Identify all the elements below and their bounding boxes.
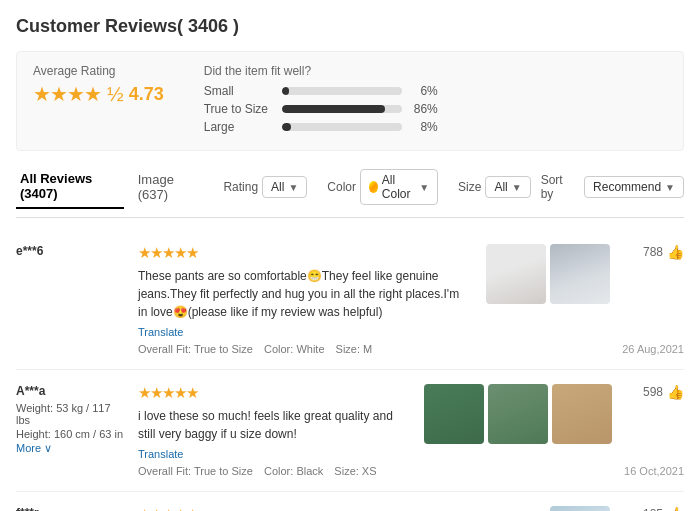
color-value: All Color bbox=[382, 173, 415, 201]
review-content: ★★★★★ i love these so much! feels like g… bbox=[138, 384, 404, 477]
sortby-chevron-icon: ▼ bbox=[665, 182, 675, 193]
reviewer-info: A***aWeight: 53 kg / 117 lbsHeight: 160 … bbox=[16, 384, 126, 477]
reviewer-info: e***6 bbox=[16, 244, 126, 355]
review-list: e***6 ★★★★★ These pants are so comfortab… bbox=[16, 230, 684, 511]
rating-select[interactable]: All ▼ bbox=[262, 176, 307, 198]
tab-image[interactable]: Image (637) bbox=[134, 166, 204, 208]
color-chevron-icon: ▼ bbox=[419, 182, 429, 193]
review-color: Color: White bbox=[264, 343, 325, 355]
sortby-value: Recommend bbox=[593, 180, 661, 194]
tab-all-reviews[interactable]: All Reviews (3407) bbox=[16, 165, 124, 209]
review-size: Size: M bbox=[336, 343, 373, 355]
fit-bar-bg bbox=[282, 123, 402, 131]
sortby-select[interactable]: Recommend ▼ bbox=[584, 176, 684, 198]
review-item: f***rBust: 89 cm / 35 inHips: 104 cm / 4… bbox=[16, 492, 684, 511]
color-dot-icon bbox=[369, 181, 378, 193]
review-stars: ★★★★★ bbox=[138, 244, 466, 262]
review-images bbox=[550, 506, 610, 511]
fit-name: Small bbox=[204, 84, 274, 98]
review-item: e***6 ★★★★★ These pants are so comfortab… bbox=[16, 230, 684, 370]
fit-question: Did the item fit well? bbox=[204, 64, 667, 78]
rating-chevron-icon: ▼ bbox=[288, 182, 298, 193]
reviewer-weight: Weight: 53 kg / 117 lbs bbox=[16, 402, 126, 426]
avg-stars-row: ★★★★ ½ 4.73 bbox=[33, 82, 164, 106]
rating-value: All bbox=[271, 180, 284, 194]
review-item: A***aWeight: 53 kg / 117 lbsHeight: 160 … bbox=[16, 370, 684, 492]
review-content: ★★★★★ these pants fit perfectly!! there … bbox=[138, 506, 530, 511]
fit-pct: 6% bbox=[410, 84, 438, 98]
color-select[interactable]: All Color ▼ bbox=[360, 169, 438, 205]
more-link[interactable]: More ∨ bbox=[16, 442, 126, 455]
review-image[interactable] bbox=[552, 384, 612, 444]
review-date: 26 Aug,2021 bbox=[622, 343, 684, 355]
translate-link[interactable]: Translate bbox=[138, 448, 404, 460]
fit-section: Did the item fit well? Small 6% True to … bbox=[204, 64, 667, 138]
thumbs-up-icon[interactable]: 👍 bbox=[667, 384, 684, 400]
reviewer-name: A***a bbox=[16, 384, 126, 398]
reviewer-name: f***r bbox=[16, 506, 126, 511]
like-count: 598 👍 bbox=[643, 384, 684, 400]
fit-bar-fill bbox=[282, 123, 292, 131]
size-value: All bbox=[494, 180, 507, 194]
fit-row: True to Size 86% bbox=[204, 102, 667, 116]
size-select[interactable]: All ▼ bbox=[485, 176, 530, 198]
fit-row: Large 8% bbox=[204, 120, 667, 134]
reviewer-name: e***6 bbox=[16, 244, 126, 258]
thumbs-up-icon[interactable]: 👍 bbox=[667, 506, 684, 511]
filter-bar: All Reviews (3407) Image (637) Rating Al… bbox=[16, 165, 684, 218]
rating-label: Rating bbox=[223, 180, 258, 194]
fit-bar-fill bbox=[282, 87, 289, 95]
size-chevron-icon: ▼ bbox=[512, 182, 522, 193]
avg-label: Average Rating bbox=[33, 64, 164, 78]
review-stars: ★★★★★ bbox=[138, 384, 404, 402]
overall-fit: Overall Fit: True to Size bbox=[138, 343, 253, 355]
review-stars: ★★★★★ bbox=[138, 506, 530, 511]
review-text: i love these so much! feels like great q… bbox=[138, 407, 404, 443]
review-text: These pants are so comfortable😁They feel… bbox=[138, 267, 466, 321]
review-size: Size: XS bbox=[334, 465, 376, 477]
review-image[interactable] bbox=[424, 384, 484, 444]
fit-bar-fill bbox=[282, 105, 385, 113]
fit-name: Large bbox=[204, 120, 274, 134]
like-count: 788 👍 bbox=[643, 244, 684, 260]
review-image[interactable] bbox=[550, 506, 610, 511]
summary-section: Average Rating ★★★★ ½ 4.73 Did the item … bbox=[16, 51, 684, 151]
sortby-label: Sort by bbox=[541, 173, 574, 201]
like-number: 788 bbox=[643, 245, 663, 259]
fit-pct: 86% bbox=[410, 102, 438, 116]
page-title: Customer Reviews( 3406 ) bbox=[16, 16, 684, 37]
like-number: 185 bbox=[643, 507, 663, 511]
like-number: 598 bbox=[643, 385, 663, 399]
rating-filter-group: Rating All ▼ bbox=[223, 176, 307, 198]
thumbs-up-icon[interactable]: 👍 bbox=[667, 244, 684, 260]
review-right: 185 👍 24 Aug,2021 bbox=[622, 506, 684, 511]
review-image[interactable] bbox=[550, 244, 610, 304]
fit-pct: 8% bbox=[410, 120, 438, 134]
review-right: 598 👍 16 Oct,2021 bbox=[624, 384, 684, 477]
review-date: 16 Oct,2021 bbox=[624, 465, 684, 477]
overall-fit: Overall Fit: True to Size bbox=[138, 465, 253, 477]
avg-rating-block: Average Rating ★★★★ ½ 4.73 bbox=[33, 64, 164, 138]
color-filter-group: Color All Color ▼ bbox=[327, 169, 438, 205]
fit-row: Small 6% bbox=[204, 84, 667, 98]
reviewer-height: Height: 160 cm / 63 in bbox=[16, 428, 126, 440]
review-image[interactable] bbox=[488, 384, 548, 444]
size-filter-group: Size All ▼ bbox=[458, 176, 531, 198]
avg-score: 4.73 bbox=[129, 84, 164, 105]
color-label: Color bbox=[327, 180, 356, 194]
fit-bars: Small 6% True to Size 86% Large 8% bbox=[204, 84, 667, 134]
like-count: 185 👍 bbox=[643, 506, 684, 511]
review-color: Color: Black bbox=[264, 465, 323, 477]
reviewer-info: f***rBust: 89 cm / 35 inHips: 104 cm / 4… bbox=[16, 506, 126, 511]
review-images bbox=[486, 244, 610, 355]
fit-bar-bg bbox=[282, 87, 402, 95]
avg-stars: ★★★★ bbox=[33, 82, 101, 106]
review-meta: Overall Fit: True to Size Color: Black S… bbox=[138, 465, 404, 477]
review-right: 788 👍 26 Aug,2021 bbox=[622, 244, 684, 355]
review-images bbox=[424, 384, 612, 477]
review-image[interactable] bbox=[486, 244, 546, 304]
translate-link[interactable]: Translate bbox=[138, 326, 466, 338]
review-content: ★★★★★ These pants are so comfortable😁The… bbox=[138, 244, 466, 355]
fit-bar-bg bbox=[282, 105, 402, 113]
size-label: Size bbox=[458, 180, 481, 194]
